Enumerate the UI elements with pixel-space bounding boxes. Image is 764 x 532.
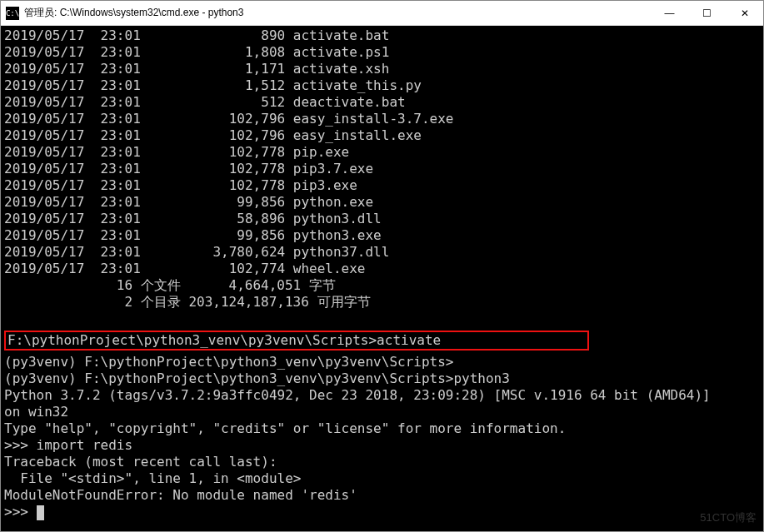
prompt-line-2: (py3venv) F:\pythonProject\python3_venv\… — [4, 354, 760, 370]
window-controls: ― ☐ ✕ — [651, 1, 763, 26]
prompt-path: F:\pythonProject\python3_venv\py3venv\Sc… — [7, 332, 377, 348]
file-row: 2019/05/17 23:01 102,774 wheel.exe — [4, 261, 760, 277]
file-row: 2019/05/17 23:01 102,778 pip.exe — [4, 144, 760, 161]
file-row: 2019/05/17 23:01 99,856 python.exe — [4, 194, 760, 211]
close-button[interactable]: ✕ — [726, 1, 763, 26]
file-row: 2019/05/17 23:01 512 deactivate.bat — [4, 94, 760, 111]
maximize-button[interactable]: ☐ — [688, 1, 726, 26]
cursor — [37, 505, 44, 520]
python-help: Type "help", "copyright", "credits" or "… — [4, 420, 760, 437]
summary-dirs: 2 个目录 203,124,187,136 可用字节 — [4, 294, 760, 311]
cmd-icon: C:\ — [6, 7, 19, 20]
titlebar: C:\ 管理员: C:\Windows\system32\cmd.exe - p… — [1, 1, 763, 26]
prompt-command: activate — [377, 332, 441, 348]
minimize-button[interactable]: ― — [651, 1, 688, 26]
file-row: 2019/05/17 23:01 890 activate.bat — [4, 27, 760, 44]
python-banner-2: on win32 — [4, 404, 760, 420]
file-row: 2019/05/17 23:01 1,512 activate_this.py — [4, 77, 760, 94]
watermark: 51CTO博客 — [700, 510, 757, 526]
window-title: 管理员: C:\Windows\system32\cmd.exe - pytho… — [24, 6, 243, 20]
file-listing: 2019/05/17 23:01 890 activate.bat2019/05… — [4, 27, 760, 277]
file-row: 2019/05/17 23:01 102,778 pip3.7.exe — [4, 161, 760, 177]
file-row: 2019/05/17 23:01 1,171 activate.xsh — [4, 61, 760, 77]
file-row: 2019/05/17 23:01 102,778 pip3.exe — [4, 177, 760, 194]
traceback-2: File "<stdin>", line 1, in <module> — [4, 470, 760, 487]
python-banner-1: Python 3.7.2 (tags/v3.7.2:9a3ffc0492, De… — [4, 387, 760, 404]
summary-files: 16 个文件 4,664,051 字节 — [4, 277, 760, 294]
file-row: 2019/05/17 23:01 99,856 python3.exe — [4, 227, 760, 244]
terminal-output[interactable]: 2019/05/17 23:01 890 activate.bat2019/05… — [1, 26, 763, 531]
traceback-1: Traceback (most recent call last): — [4, 454, 760, 470]
titlebar-left: C:\ 管理员: C:\Windows\system32\cmd.exe - p… — [1, 6, 243, 20]
file-row: 2019/05/17 23:01 58,896 python3.dll — [4, 211, 760, 227]
file-row: 2019/05/17 23:01 102,796 easy_install-3.… — [4, 111, 760, 127]
file-row: 2019/05/17 23:01 1,808 activate.ps1 — [4, 44, 760, 61]
file-row: 2019/05/17 23:01 102,796 easy_install.ex… — [4, 127, 760, 144]
file-row: 2019/05/17 23:01 3,780,624 python37.dll — [4, 244, 760, 261]
python-input-1: >>> import redis — [4, 437, 760, 454]
cmd-window: C:\ 管理员: C:\Windows\system32\cmd.exe - p… — [0, 0, 764, 532]
highlighted-command: F:\pythonProject\python3_venv\py3venv\Sc… — [4, 331, 589, 351]
prompt-line-3: (py3venv) F:\pythonProject\python3_venv\… — [4, 370, 760, 387]
error-line: ModuleNotFoundError: No module named 're… — [4, 487, 760, 504]
python-prompt-ready: >>> — [4, 504, 760, 520]
